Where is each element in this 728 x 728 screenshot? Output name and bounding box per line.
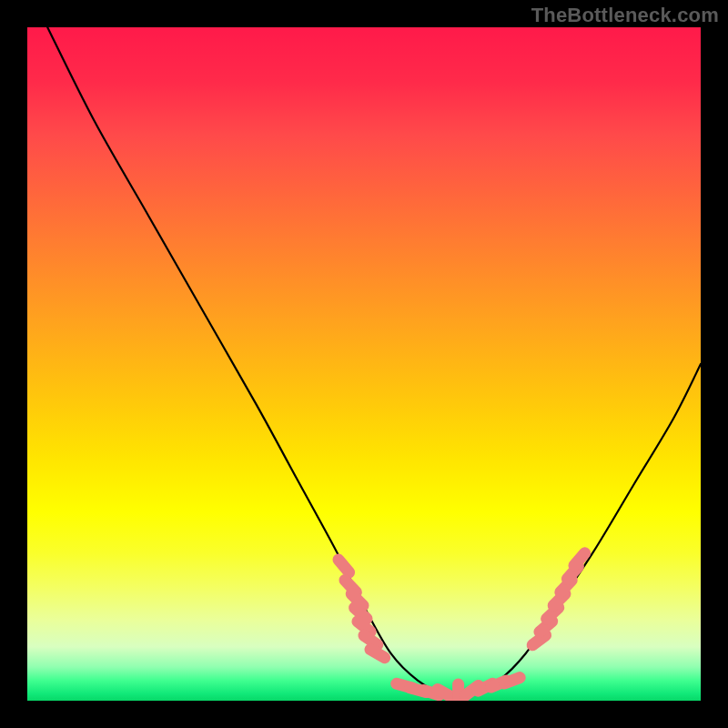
scatter-point xyxy=(504,678,520,683)
scatter-point xyxy=(364,635,378,644)
scatter-point xyxy=(370,650,385,658)
scatter-point xyxy=(339,560,349,572)
scatter-point xyxy=(438,690,452,698)
scatter-point xyxy=(574,553,585,566)
chart-svg-layer xyxy=(27,27,701,701)
chart-plot-area xyxy=(27,27,701,701)
watermark-text: TheBottleneck.com xyxy=(531,4,719,27)
bottleneck-curve-line xyxy=(47,27,701,695)
